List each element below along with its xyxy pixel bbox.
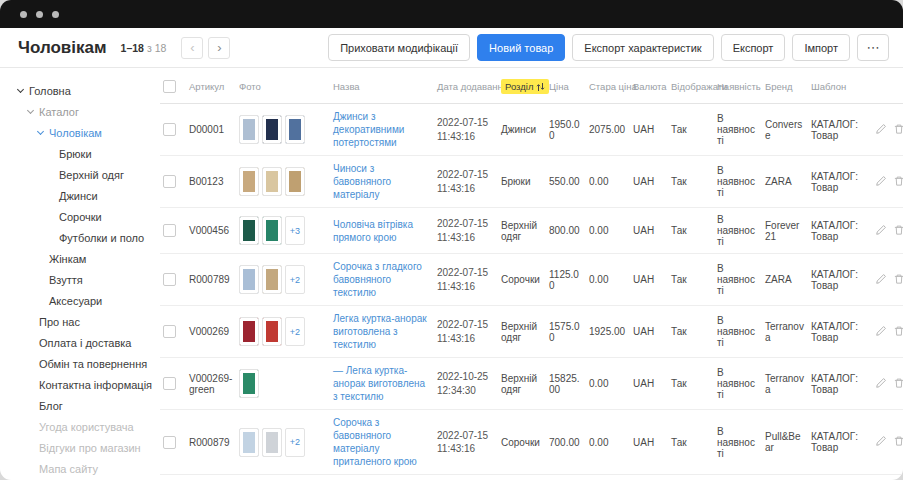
product-photo-thumbnail[interactable] (262, 265, 282, 294)
column-header-article[interactable]: Артикул (186, 72, 236, 104)
delete-icon[interactable] (893, 273, 903, 287)
sidebar-item[interactable]: Обмін та повернення (18, 353, 152, 374)
sidebar-item[interactable]: Чоловікам (18, 122, 152, 143)
more-photos-badge[interactable]: +2 (285, 317, 305, 346)
export-button[interactable]: Експорт (721, 34, 786, 61)
checkbox-cell (160, 208, 186, 254)
row-checkbox[interactable] (163, 175, 176, 188)
product-photo-thumbnail[interactable] (285, 115, 305, 144)
sidebar-item[interactable]: Контактна інформація (18, 374, 152, 395)
sidebar-item[interactable]: Каталог (18, 101, 152, 122)
column-header-date[interactable]: Дата додавання (434, 72, 498, 104)
product-name-link[interactable]: Чоловіча вітрівка прямого крою (333, 219, 413, 243)
column-header-brand[interactable]: Бренд (762, 72, 808, 104)
currency-cell: UAH (630, 358, 668, 410)
new-product-button[interactable]: Новий товар (477, 34, 565, 61)
edit-icon[interactable] (875, 377, 887, 391)
product-photo-thumbnail[interactable] (262, 317, 282, 346)
sidebar-item[interactable]: Верхній одяг (18, 164, 152, 185)
more-photos-badge[interactable]: +3 (285, 216, 305, 245)
row-checkbox[interactable] (163, 224, 176, 237)
product-name-link[interactable]: Легка куртка-анорак виготовлена з тексти… (333, 313, 427, 350)
row-checkbox[interactable] (163, 123, 176, 136)
table-header-row: АртикулФотоНазваДата додаванняРозділЦіна… (160, 72, 903, 104)
sidebar-item[interactable]: Головна (18, 80, 152, 101)
column-header-template[interactable]: Шаблон (808, 72, 866, 104)
column-header-oldprice[interactable]: Стара ціна (586, 72, 630, 104)
product-photo-thumbnail[interactable] (239, 115, 259, 144)
row-checkbox[interactable] (163, 325, 176, 338)
column-header-display[interactable]: Відображати (668, 72, 714, 104)
sidebar-item[interactable]: Джинси (18, 185, 152, 206)
app-window: Чоловікам 1–18з 18 ‹ › Приховати модифік… (0, 0, 903, 480)
product-name-link[interactable]: Сорочка з бавовняного матеріалу притален… (333, 417, 417, 467)
column-header-availability[interactable]: Наявність (714, 72, 762, 104)
delete-icon[interactable] (893, 224, 903, 238)
window-control-dot[interactable] (52, 11, 59, 18)
template-cell: КАТАЛОГ: Товар (808, 208, 866, 254)
hide-modifications-button[interactable]: Приховати модифікації (328, 34, 470, 61)
product-photo-thumbnail[interactable] (285, 167, 305, 196)
edit-icon[interactable] (875, 435, 887, 449)
product-photo-thumbnail[interactable] (239, 265, 259, 294)
product-photo-thumbnail[interactable] (262, 216, 282, 245)
sidebar-item[interactable]: Сорочки (18, 206, 152, 227)
delete-icon[interactable] (893, 435, 903, 449)
product-photo-thumbnail[interactable] (239, 317, 259, 346)
import-button[interactable]: Імпорт (792, 34, 850, 61)
product-photo-thumbnail[interactable] (262, 115, 282, 144)
delete-icon[interactable] (893, 123, 903, 137)
row-checkbox[interactable] (163, 436, 176, 449)
edit-icon[interactable] (875, 175, 887, 189)
pagination-next-button[interactable]: › (208, 37, 230, 59)
more-photos-badge[interactable]: +2 (285, 265, 305, 294)
delete-icon[interactable] (893, 175, 903, 189)
delete-icon[interactable] (893, 325, 903, 339)
edit-icon[interactable] (875, 224, 887, 238)
sidebar-item-label: Обмін та повернення (39, 358, 147, 370)
sidebar-item[interactable]: Угода користувача (18, 416, 152, 437)
old-price-cell: 0.00 (586, 208, 630, 254)
product-photo-thumbnail[interactable] (239, 428, 259, 457)
delete-icon[interactable] (893, 377, 903, 391)
product-photo-thumbnail[interactable] (239, 369, 259, 398)
product-photo-thumbnail[interactable] (262, 167, 282, 196)
row-checkbox[interactable] (163, 273, 176, 286)
window-control-dot[interactable] (20, 11, 27, 18)
sidebar-item[interactable]: Брюки (18, 143, 152, 164)
select-all-checkbox[interactable] (163, 80, 176, 93)
column-header-photo[interactable]: Фото (236, 72, 330, 104)
sidebar-item[interactable]: Взуття (18, 269, 152, 290)
sidebar-item[interactable]: Аксесуари (18, 290, 152, 311)
edit-icon[interactable] (875, 123, 887, 137)
sidebar-item[interactable]: Оплата і доставка (18, 332, 152, 353)
window-control-dot[interactable] (36, 11, 43, 18)
sidebar-item[interactable]: Жінкам (18, 248, 152, 269)
sidebar-item[interactable]: Мапа сайту (18, 458, 152, 479)
product-name-link[interactable]: Чиноси з бавовняного матеріалу (333, 163, 391, 200)
sidebar-item[interactable]: Футболки и поло (18, 227, 152, 248)
display-cell: Так (668, 156, 714, 208)
column-header-price[interactable]: Ціна (546, 72, 586, 104)
sidebar-item[interactable]: Блог (18, 395, 152, 416)
column-header-currency[interactable]: Валюта (630, 72, 668, 104)
edit-icon[interactable] (875, 273, 887, 287)
edit-icon[interactable] (875, 325, 887, 339)
currency-cell: UAH (630, 475, 668, 480)
product-photo-thumbnail[interactable] (239, 216, 259, 245)
product-name-link[interactable]: Джинси з декоративними потертостями (333, 111, 404, 148)
product-photo-thumbnail[interactable] (239, 167, 259, 196)
column-header-name[interactable]: Назва (330, 72, 434, 104)
window-titlebar (0, 0, 903, 28)
pagination-prev-button[interactable]: ‹ (181, 37, 203, 59)
more-actions-button[interactable]: ⋯ (857, 34, 889, 61)
sidebar-item[interactable]: Відгуки про магазин (18, 437, 152, 458)
column-header-section[interactable]: Розділ (498, 72, 546, 104)
product-name-link[interactable]: Сорочка з гладкого бавовняного текстилю (333, 261, 422, 298)
sidebar-item[interactable]: Про нас (18, 311, 152, 332)
more-photos-badge[interactable]: +2 (285, 428, 305, 457)
export-characteristics-button[interactable]: Експорт характеристик (572, 34, 713, 61)
product-photo-thumbnail[interactable] (262, 428, 282, 457)
product-name-link[interactable]: — Легка куртка-анорак виготовлена з текс… (333, 365, 425, 402)
row-checkbox[interactable] (163, 377, 176, 390)
